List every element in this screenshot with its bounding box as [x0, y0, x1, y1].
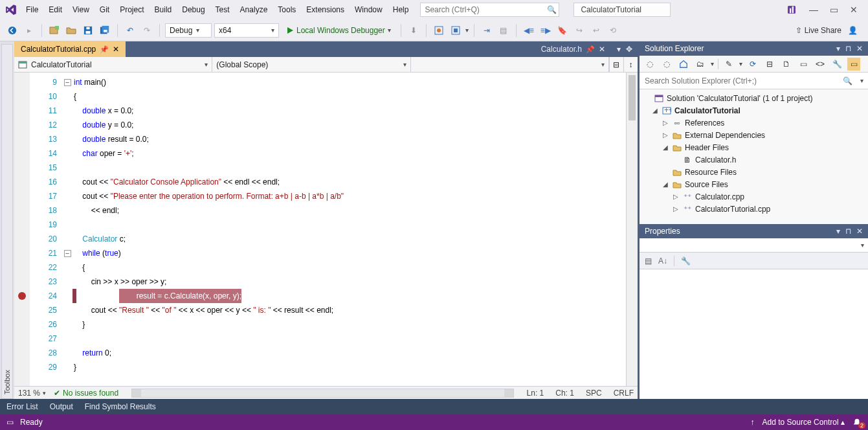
issues-indicator[interactable]: ✔ No issues found — [54, 389, 118, 398]
panel-pin-icon[interactable]: ⊓ — [845, 227, 851, 236]
preview-selected-icon[interactable]: ▭ — [847, 58, 860, 71]
tree-project[interactable]: ◢++ CalculatorTutorial — [640, 104, 868, 117]
fold-gutter[interactable]: −− — [62, 73, 72, 386]
document-tab-background[interactable]: Calculator.h 📌 ✕ — [535, 45, 612, 54]
menu-build[interactable]: Build — [150, 3, 177, 17]
horizontal-scrollbar[interactable] — [131, 389, 513, 398]
panel-pin-icon[interactable]: ⊓ — [845, 44, 851, 53]
bookmark-icon[interactable]: 🔖 — [555, 23, 570, 38]
split-editor-icon[interactable]: ⊟ — [609, 57, 623, 72]
vertical-scrollbar[interactable] — [626, 73, 638, 386]
open-button[interactable] — [64, 23, 78, 38]
tab-error-list[interactable]: Error List — [6, 402, 38, 411]
search-options-icon[interactable]: ▾ — [855, 77, 868, 84]
alphabetical-icon[interactable]: A↓ — [658, 256, 667, 266]
quick-search[interactable]: 🔍 — [420, 3, 559, 17]
redo-button[interactable]: ↷ — [140, 23, 154, 38]
nav-back-button[interactable] — [5, 23, 19, 38]
pending-changes-icon[interactable]: ✎ — [722, 58, 735, 71]
tree-calculator-cpp[interactable]: ▷⁺⁺ Calculator.cpp — [640, 190, 868, 203]
maximize-button[interactable]: ▭ — [830, 5, 838, 15]
sync-icon[interactable]: ⟳ — [746, 58, 759, 71]
scope-combo[interactable]: (Global Scope) ▾ — [212, 57, 410, 72]
tree-header-files[interactable]: ◢ Header Files — [640, 141, 868, 153]
tree-solution-root[interactable]: Solution 'CalculatorTutorial' (1 of 1 pr… — [640, 92, 868, 104]
platform-combo[interactable]: x64▾ — [214, 23, 279, 38]
show-all-icon[interactable]: 🗋 — [780, 58, 793, 71]
start-debugging-button[interactable]: Local Windows Debugger ▾ — [282, 23, 395, 38]
account-icon[interactable] — [786, 4, 797, 16]
menu-test[interactable]: Test — [210, 3, 235, 17]
tab-overflow-icon[interactable]: ▾ — [617, 45, 621, 54]
configuration-combo[interactable]: Debug▾ — [165, 23, 212, 38]
clear-bookmarks-icon[interactable]: ⟲ — [606, 23, 620, 38]
notifications-button[interactable]: 2 — [852, 418, 862, 427]
close-tab-icon[interactable]: ✕ — [599, 45, 605, 54]
view-code-icon[interactable]: <> — [814, 58, 827, 71]
step-icon-1[interactable]: ⇥ — [480, 23, 494, 38]
menu-file[interactable]: File — [21, 3, 43, 17]
close-button[interactable]: ✕ — [850, 5, 858, 15]
solution-explorer-search-input[interactable] — [640, 76, 840, 85]
panel-close-icon[interactable]: ✕ — [856, 227, 863, 236]
menu-window[interactable]: Window — [350, 3, 388, 17]
breakpoint-gutter[interactable] — [14, 73, 30, 386]
download-icon[interactable]: ⬇ — [406, 23, 421, 38]
undo-button[interactable]: ↶ — [123, 23, 137, 38]
menu-edit[interactable]: Edit — [43, 3, 67, 17]
quick-search-input[interactable] — [421, 5, 544, 14]
menu-view[interactable]: View — [67, 3, 95, 17]
menu-help[interactable]: Help — [388, 3, 414, 17]
back-icon[interactable]: ◌ — [643, 58, 656, 71]
output-pane-icon[interactable]: ▭ — [6, 418, 14, 427]
property-pages-icon[interactable]: 🔧 — [681, 256, 691, 266]
tree-source-files[interactable]: ◢ Source Files — [640, 178, 868, 190]
menu-debug[interactable]: Debug — [177, 3, 210, 17]
nav-forward-button[interactable]: ▸ — [22, 23, 36, 38]
outline-icon[interactable]: ▤ — [496, 23, 511, 38]
tab-find-symbol-results[interactable]: Find Symbol Results — [85, 402, 156, 411]
code-body[interactable]: int main(){ double x = 0.0; double y = 0… — [72, 73, 626, 386]
preview-icon[interactable]: 🔧 — [830, 58, 843, 71]
panel-menu-icon[interactable]: ▾ — [836, 44, 840, 53]
indent-more-icon[interactable]: ≡▶ — [539, 23, 553, 38]
toolbox-side-tab[interactable]: Toolbox — [0, 41, 14, 399]
publish-icon[interactable]: ↑ — [751, 418, 755, 427]
panel-menu-icon[interactable]: ▾ — [836, 227, 840, 236]
pin-icon[interactable]: 📌 — [586, 45, 595, 54]
document-tab-active[interactable]: CalculatorTutorial.cpp 📌 ✕ — [14, 41, 126, 57]
switch-view-icon[interactable]: 🗂 — [694, 58, 707, 71]
tree-references[interactable]: ▷▫▫ References — [640, 117, 868, 129]
menu-git[interactable]: Git — [95, 3, 115, 17]
zoom-combo[interactable]: 131 % ▾ — [18, 389, 46, 398]
indent-less-icon[interactable]: ◀≡ — [522, 23, 536, 38]
solution-explorer-tree[interactable]: Solution 'CalculatorTutorial' (1 of 1 pr… — [640, 89, 868, 224]
minimize-button[interactable]: — — [809, 5, 818, 15]
window-options-icon[interactable]: ✥ — [626, 45, 632, 54]
menu-extensions[interactable]: Extensions — [301, 3, 350, 17]
prev-bookmark-icon[interactable]: ↩ — [589, 23, 603, 38]
next-bookmark-icon[interactable]: ↪ — [572, 23, 586, 38]
member-combo[interactable]: ▾ — [411, 57, 609, 72]
toolbox-button-1[interactable] — [432, 23, 446, 38]
save-button[interactable] — [81, 23, 95, 38]
save-all-button[interactable] — [98, 23, 112, 38]
add-source-control[interactable]: Add to Source Control ▴ — [762, 418, 845, 427]
menu-analyze[interactable]: Analyze — [235, 3, 273, 17]
tree-resource-files[interactable]: Resource Files — [640, 166, 868, 178]
feedback-icon[interactable]: 👤 — [848, 26, 858, 35]
code-editor[interactable]: 9101112131415161718192021222324252627282… — [14, 73, 638, 386]
forward-icon[interactable]: ◌ — [660, 58, 673, 71]
menu-project[interactable]: Project — [115, 3, 149, 17]
properties-shortcut-icon[interactable]: ▭ — [797, 58, 810, 71]
tree-tutorial-cpp[interactable]: ▷⁺⁺ CalculatorTutorial.cpp — [640, 203, 868, 215]
properties-header[interactable]: Properties ▾ ⊓ ✕ — [640, 224, 868, 238]
menu-tools[interactable]: Tools — [273, 3, 301, 17]
expand-editor-icon[interactable]: ↕ — [623, 57, 638, 72]
pin-icon[interactable]: 📌 — [100, 45, 109, 54]
close-tab-icon[interactable]: ✕ — [113, 45, 119, 54]
live-share-button[interactable]: ⇧ Live Share — [796, 26, 841, 35]
project-combo[interactable]: CalculatorTutorial ▾ — [14, 57, 212, 72]
new-project-button[interactable] — [47, 23, 61, 38]
scrollbar-thumb[interactable] — [629, 75, 636, 120]
